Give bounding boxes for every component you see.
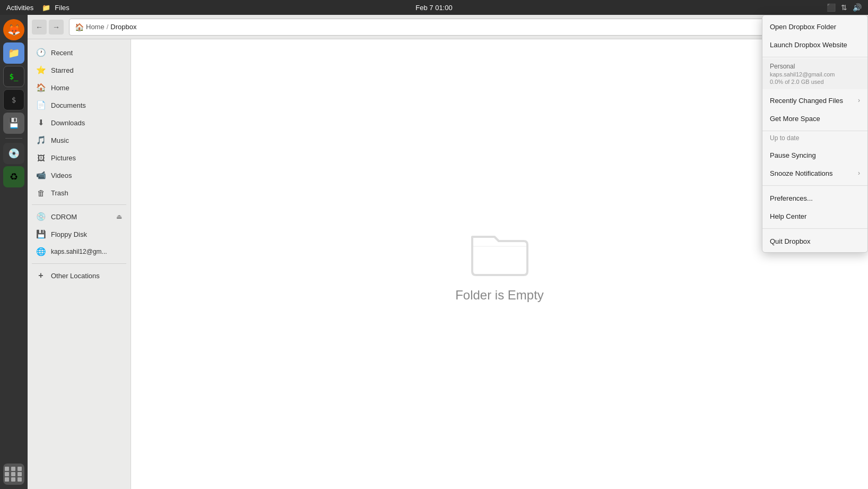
sidebar-item-music[interactable]: 🎵 Music bbox=[30, 132, 128, 149]
menu-section-settings: Preferences... Help Center bbox=[762, 187, 867, 227]
menu-item-pause-syncing[interactable]: Pause Syncing bbox=[762, 146, 867, 164]
taskbar-item-dvd[interactable]: 💿 bbox=[3, 143, 24, 164]
sidebar-label-downloads: Downloads bbox=[51, 119, 85, 127]
taskbar-item-files[interactable]: 📁 bbox=[3, 42, 24, 64]
terminal2-icon: $ bbox=[12, 96, 16, 104]
fm-content: Folder is Empty bbox=[131, 39, 868, 489]
uptodate-label: Up to date bbox=[770, 134, 799, 142]
topbar-datetime: Feb 7 01:00 bbox=[415, 4, 452, 12]
sidebar-divider-1 bbox=[32, 204, 126, 205]
sidebar-label-recent: Recent bbox=[51, 49, 73, 57]
taskbar-item-apps[interactable] bbox=[3, 464, 24, 485]
menu-section-top: Open Dropbox Folder Launch Dropbox Websi… bbox=[762, 15, 867, 56]
files-app-icon: 📁 bbox=[42, 4, 50, 12]
sidebar-item-downloads[interactable]: ⬇ Downloads bbox=[30, 114, 128, 131]
menu-personal-section: Personal kaps.sahil12@gmail.com 0.0% of … bbox=[762, 58, 867, 89]
sidebar: 🕐 Recent ⭐ Starred 🏠 Home 📄 Documents ⬇ bbox=[28, 39, 131, 489]
snooze-notifications-label: Snooze Notifications bbox=[770, 169, 833, 177]
sidebar-label-cdrom: CDROM bbox=[51, 213, 77, 221]
sidebar-label-music: Music bbox=[51, 136, 69, 144]
menu-item-open-folder[interactable]: Open Dropbox Folder bbox=[762, 18, 867, 36]
eject-icon[interactable]: ⏏ bbox=[116, 213, 122, 220]
menu-divider-4 bbox=[762, 228, 867, 229]
taskbar-bottom bbox=[3, 464, 24, 485]
menu-item-help-center[interactable]: Help Center bbox=[762, 207, 867, 225]
disk-icon: 💾 bbox=[8, 117, 20, 129]
menu-item-get-more-space[interactable]: Get More Space bbox=[762, 109, 867, 127]
topbar-right: ⬛ ⇅ 🔊 bbox=[827, 3, 862, 12]
forward-button[interactable]: → bbox=[49, 20, 64, 35]
fm-header: ← → 🏠 Home / Dropbox ⋮ 🔍 bbox=[28, 15, 868, 39]
sidebar-item-starred[interactable]: ⭐ Starred bbox=[30, 62, 128, 79]
help-center-label: Help Center bbox=[770, 212, 806, 220]
back-button[interactable]: ← bbox=[32, 20, 47, 35]
activities-label[interactable]: Activities bbox=[6, 4, 33, 12]
sidebar-label-other-locations: Other Locations bbox=[51, 272, 100, 280]
menu-divider-2 bbox=[762, 131, 867, 131]
pictures-icon: 🖼 bbox=[36, 153, 46, 162]
recently-changed-label: Recently Changed Files bbox=[770, 97, 843, 105]
sidebar-item-other-locations[interactable]: + Other Locations bbox=[30, 267, 128, 284]
menu-item-quit-dropbox[interactable]: Quit Dropbox bbox=[762, 232, 867, 250]
breadcrumb: 🏠 Home / Dropbox bbox=[69, 19, 827, 36]
main-area: 🦊 📁 $_ $ 💾 💿 ♻ bbox=[0, 15, 868, 489]
menu-item-recently-changed[interactable]: Recently Changed Files › bbox=[762, 91, 867, 109]
quit-dropbox-label: Quit Dropbox bbox=[770, 237, 811, 245]
sidebar-item-videos[interactable]: 📹 Videos bbox=[30, 167, 128, 184]
taskbar-item-recycle[interactable]: ♻ bbox=[3, 166, 24, 187]
sidebar-label-videos: Videos bbox=[51, 171, 72, 179]
floppy-icon: 💾 bbox=[36, 229, 46, 239]
home-icon: 🏠 bbox=[75, 23, 84, 31]
dropbox-context-menu: Open Dropbox Folder Launch Dropbox Websi… bbox=[762, 15, 868, 253]
sidebar-label-starred: Starred bbox=[51, 66, 74, 74]
sidebar-label-home: Home bbox=[51, 84, 70, 92]
network-tray-icon[interactable]: ⇅ bbox=[841, 3, 847, 12]
sidebar-item-network[interactable]: 🌐 kaps.sahil12@gm... bbox=[30, 243, 128, 260]
home-sidebar-icon: 🏠 bbox=[36, 83, 46, 92]
firefox-icon: 🦊 bbox=[7, 23, 21, 36]
trash-icon: 🗑 bbox=[36, 188, 46, 198]
breadcrumb-current: Dropbox bbox=[110, 23, 136, 31]
open-folder-label: Open Dropbox Folder bbox=[770, 23, 836, 31]
sidebar-item-pictures[interactable]: 🖼 Pictures bbox=[30, 149, 128, 166]
empty-folder-icon bbox=[468, 226, 532, 279]
music-icon: 🎵 bbox=[36, 135, 46, 145]
sidebar-item-floppy[interactable]: 💾 Floppy Disk bbox=[30, 226, 128, 243]
sidebar-label-floppy: Floppy Disk bbox=[51, 230, 87, 238]
volume-tray-icon[interactable]: 🔊 bbox=[853, 3, 862, 12]
breadcrumb-home[interactable]: Home bbox=[86, 23, 105, 31]
sidebar-item-recent[interactable]: 🕐 Recent bbox=[30, 44, 128, 61]
topbar: Activities 📁 Files Feb 7 01:00 ⬛ ⇅ 🔊 bbox=[0, 0, 868, 15]
taskbar-separator bbox=[5, 138, 22, 139]
personal-storage: 0.0% of 2.0 GB used bbox=[770, 79, 860, 85]
sidebar-label-documents: Documents bbox=[51, 101, 86, 109]
menu-section-files: Recently Changed Files › Get More Space bbox=[762, 89, 867, 130]
taskbar: 🦊 📁 $_ $ 💾 💿 ♻ bbox=[0, 15, 28, 489]
menu-item-preferences[interactable]: Preferences... bbox=[762, 189, 867, 207]
files-app-label: Files bbox=[55, 4, 69, 12]
fm-body: 🕐 Recent ⭐ Starred 🏠 Home 📄 Documents ⬇ bbox=[28, 39, 868, 489]
empty-folder-text: Folder is Empty bbox=[455, 288, 544, 303]
sidebar-item-trash[interactable]: 🗑 Trash bbox=[30, 184, 128, 201]
taskbar-item-terminal[interactable]: $_ bbox=[3, 66, 24, 87]
taskbar-item-files2[interactable]: 💾 bbox=[3, 113, 24, 134]
apps-grid-icon bbox=[3, 464, 24, 485]
menu-item-snooze-notifications[interactable]: Snooze Notifications › bbox=[762, 164, 867, 182]
terminal-icon: $_ bbox=[10, 72, 19, 81]
menu-item-launch-website[interactable]: Launch Dropbox Website bbox=[762, 36, 867, 54]
dvd-icon: 💿 bbox=[8, 148, 20, 159]
dropbox-tray-icon[interactable]: ⬛ bbox=[827, 3, 836, 12]
menu-section-sync: Pause Syncing Snooze Notifications › bbox=[762, 144, 867, 184]
network-icon: 🌐 bbox=[36, 247, 46, 256]
get-more-space-label: Get More Space bbox=[770, 115, 820, 123]
sidebar-item-home[interactable]: 🏠 Home bbox=[30, 79, 128, 96]
recent-icon: 🕐 bbox=[36, 48, 46, 57]
sidebar-item-documents[interactable]: 📄 Documents bbox=[30, 97, 128, 114]
sidebar-item-cdrom[interactable]: 💿 CDROM ⏏ bbox=[30, 208, 128, 225]
taskbar-item-terminal2[interactable]: $ bbox=[3, 89, 24, 110]
recycle-icon: ♻ bbox=[10, 171, 18, 183]
empty-folder-indicator: Folder is Empty bbox=[455, 226, 544, 303]
taskbar-item-firefox[interactable]: 🦊 bbox=[3, 19, 24, 40]
recently-changed-arrow: › bbox=[858, 97, 860, 104]
sidebar-label-network: kaps.sahil12@gm... bbox=[51, 248, 107, 255]
